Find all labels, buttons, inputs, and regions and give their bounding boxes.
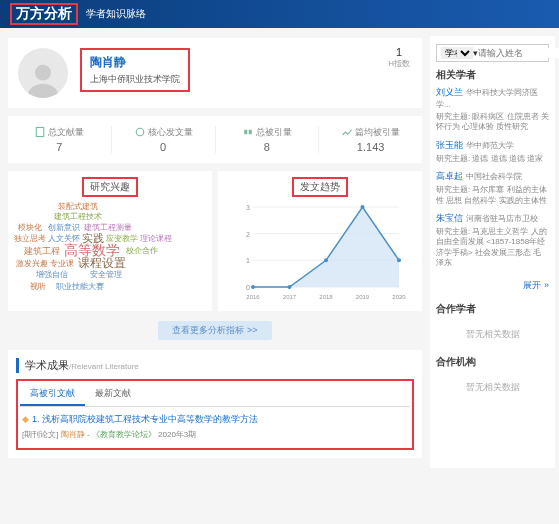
cite-icon bbox=[242, 126, 254, 138]
scholar-affiliation: 上海中侨职业技术学院 bbox=[90, 73, 180, 86]
app-header: 万方分析 学者知识脉络 bbox=[0, 0, 559, 28]
word-cloud-term[interactable]: 安全管理 bbox=[90, 269, 122, 280]
word-cloud-term[interactable]: 专业课 bbox=[50, 258, 74, 269]
stat-citations: 总被引量8 bbox=[216, 126, 320, 153]
word-cloud-term[interactable]: 模块化 bbox=[18, 222, 42, 233]
svg-text:2018: 2018 bbox=[319, 294, 333, 300]
trend-plot: 012320162017201820192020 bbox=[224, 201, 416, 301]
scholar-aff: 河南省驻马店市卫校 bbox=[466, 214, 538, 223]
stat-avg-cite: 篇均被引量1.143 bbox=[319, 126, 422, 153]
word-cloud-term[interactable]: 建筑工程技术 bbox=[54, 211, 102, 222]
scholar-aff: 中国社会科学院 bbox=[466, 172, 522, 181]
core-icon bbox=[134, 126, 146, 138]
scholar-item: 高卓起 中国社会科学院研究主题: 马尔库塞 利益的主体性 思想 自然科学 实践的… bbox=[436, 170, 549, 206]
article-journal[interactable]: - 《教育教学论坛》 bbox=[87, 430, 156, 439]
stat-total-docs: 总文献量7 bbox=[8, 126, 112, 153]
left-column: 陶肖静 上海中侨职业技术学院 1 H指数 总文献量7 核心发文量0 总被引量8 … bbox=[0, 28, 430, 468]
svg-point-11 bbox=[251, 285, 255, 289]
svg-text:2020: 2020 bbox=[392, 294, 406, 300]
h-index-label: H指数 bbox=[388, 58, 410, 69]
word-cloud-term[interactable]: 激发兴趣 bbox=[16, 258, 48, 269]
svg-text:1: 1 bbox=[246, 257, 250, 264]
avg-icon bbox=[341, 126, 353, 138]
h-index: 1 H指数 bbox=[388, 46, 410, 69]
svg-text:3: 3 bbox=[246, 204, 250, 211]
charts-row: 研究兴趣 装配式建筑建筑工程技术模块化创新意识建筑工程测量独立思考人文关怀实践应… bbox=[8, 171, 422, 311]
article-date: 2020年3期 bbox=[158, 430, 196, 439]
svg-text:2019: 2019 bbox=[356, 294, 370, 300]
main-layout: 陶肖静 上海中侨职业技术学院 1 H指数 总文献量7 核心发文量0 总被引量8 … bbox=[0, 28, 559, 468]
search-type-select[interactable]: 学者 bbox=[441, 47, 473, 59]
stat-label: 篇均被引量 bbox=[355, 127, 400, 137]
svg-text:2: 2 bbox=[246, 231, 250, 238]
article-author[interactable]: 陶肖静 bbox=[61, 430, 85, 439]
stat-label: 总被引量 bbox=[256, 127, 292, 137]
tabs-box: 高被引文献 最新文献 ◆1. 浅析高职院校建筑工程技术专业中高等数学的教学方法 … bbox=[16, 379, 414, 450]
expand-link[interactable]: 展开 » bbox=[436, 275, 549, 296]
word-cloud-term[interactable]: 校企合作 bbox=[126, 245, 158, 256]
more-button[interactable]: 查看更多分析指标 >> bbox=[158, 321, 271, 340]
word-cloud-term[interactable]: 视听 bbox=[30, 281, 46, 292]
stat-label: 核心发文量 bbox=[148, 127, 193, 137]
svg-text:2017: 2017 bbox=[283, 294, 297, 300]
sidebar: 学者 ▾ 🔍 相关学者 刘义兰 华中科技大学同济医学...研究主题: 眼科病区 … bbox=[430, 36, 555, 468]
no-data: 暂无相关数据 bbox=[436, 320, 549, 349]
doc-icon bbox=[34, 126, 46, 138]
coauthors-heading: 合作学者 bbox=[436, 302, 549, 316]
scholar-item: 张玉能 华中师范大学研究主题: 道德 道德 道德 道家 bbox=[436, 139, 549, 164]
stat-value: 1.143 bbox=[319, 141, 422, 153]
stat-core-docs: 核心发文量0 bbox=[112, 126, 216, 153]
word-cloud-term[interactable]: 职业技能大赛 bbox=[56, 281, 104, 292]
scholar-topics: 研究主题: 道德 道德 道德 道家 bbox=[436, 154, 549, 164]
profile-info: 陶肖静 上海中侨职业技术学院 bbox=[80, 48, 190, 92]
scholar-link[interactable]: 张玉能 bbox=[436, 140, 463, 150]
section-heading: 学术成果/Relevant Literature bbox=[16, 358, 414, 373]
svg-point-0 bbox=[35, 65, 51, 81]
word-cloud-term[interactable]: 建筑工程 bbox=[24, 245, 60, 258]
scholar-topics: 研究主题: 眼科病区 住院患者 关怀行为 心理体验 质性研究 bbox=[436, 112, 549, 133]
word-cloud-term[interactable]: 增强自信 bbox=[36, 269, 68, 280]
article-item: ◆1. 浅析高职院校建筑工程技术专业中高等数学的教学方法 [期刊论文] 陶肖静 … bbox=[20, 407, 410, 446]
word-cloud-term[interactable]: 创新意识 bbox=[48, 222, 80, 233]
word-cloud-term[interactable]: 独立思考 bbox=[14, 233, 46, 244]
scholar-item: 朱宝信 河南省驻马店市卫校研究主题: 马克思主义哲学 人的自由全面发展 <185… bbox=[436, 212, 549, 269]
person-icon bbox=[24, 60, 62, 98]
avatar bbox=[18, 48, 68, 98]
stat-value: 7 bbox=[8, 141, 111, 153]
stat-value: 8 bbox=[216, 141, 319, 153]
chart-title: 研究兴趣 bbox=[82, 177, 138, 197]
svg-text:2016: 2016 bbox=[246, 294, 260, 300]
stat-label: 总文献量 bbox=[48, 127, 84, 137]
tabs: 高被引文献 最新文献 bbox=[20, 383, 410, 407]
scholars-list: 刘义兰 华中科技大学同济医学...研究主题: 眼科病区 住院患者 关怀行为 心理… bbox=[436, 86, 549, 269]
coinst-heading: 合作机构 bbox=[436, 355, 549, 369]
scholar-link[interactable]: 朱宝信 bbox=[436, 213, 463, 223]
tab-latest[interactable]: 最新文献 bbox=[85, 383, 141, 406]
publication-trend-chart: 发文趋势 012320162017201820192020 bbox=[218, 171, 422, 311]
scholar-name[interactable]: 陶肖静 bbox=[90, 54, 180, 71]
stats-row: 总文献量7 核心发文量0 总被引量8 篇均被引量1.143 bbox=[8, 116, 422, 163]
search-box[interactable]: 学者 ▾ 🔍 bbox=[436, 44, 549, 62]
svg-point-15 bbox=[397, 258, 401, 262]
article-title[interactable]: ◆1. 浅析高职院校建筑工程技术专业中高等数学的教学方法 bbox=[22, 413, 408, 426]
profile-card: 陶肖静 上海中侨职业技术学院 1 H指数 bbox=[8, 38, 422, 108]
related-scholars-heading: 相关学者 bbox=[436, 68, 549, 82]
stat-value: 0 bbox=[112, 141, 215, 153]
no-data: 暂无相关数据 bbox=[436, 373, 549, 402]
tab-high-cited[interactable]: 高被引文献 bbox=[20, 383, 85, 406]
scholar-topics: 研究主题: 马克思主义哲学 人的自由全面发展 <1857-1858年经济学手稿>… bbox=[436, 227, 549, 269]
svg-rect-1 bbox=[37, 128, 45, 137]
scholar-topics: 研究主题: 马尔库塞 利益的主体性 思想 自然科学 实践的主体性 bbox=[436, 185, 549, 206]
scholar-link[interactable]: 高卓起 bbox=[436, 171, 463, 181]
article-type: [期刊论文] bbox=[22, 430, 58, 439]
scholar-link[interactable]: 刘义兰 bbox=[436, 87, 463, 97]
word-cloud-term[interactable]: 理论课程 bbox=[140, 233, 172, 244]
article-title-text[interactable]: 浅析高职院校建筑工程技术专业中高等数学的教学方法 bbox=[42, 414, 258, 424]
article-meta: [期刊论文] 陶肖静 - 《教育教学论坛》 2020年3期 bbox=[22, 429, 408, 440]
search-input[interactable] bbox=[478, 48, 559, 58]
literature-section: 学术成果/Relevant Literature 高被引文献 最新文献 ◆1. … bbox=[8, 350, 422, 458]
svg-point-13 bbox=[324, 258, 328, 262]
heading-en: /Relevant Literature bbox=[69, 362, 139, 371]
svg-point-12 bbox=[288, 285, 292, 289]
scholar-item: 刘义兰 华中科技大学同济医学...研究主题: 眼科病区 住院患者 关怀行为 心理… bbox=[436, 86, 549, 133]
